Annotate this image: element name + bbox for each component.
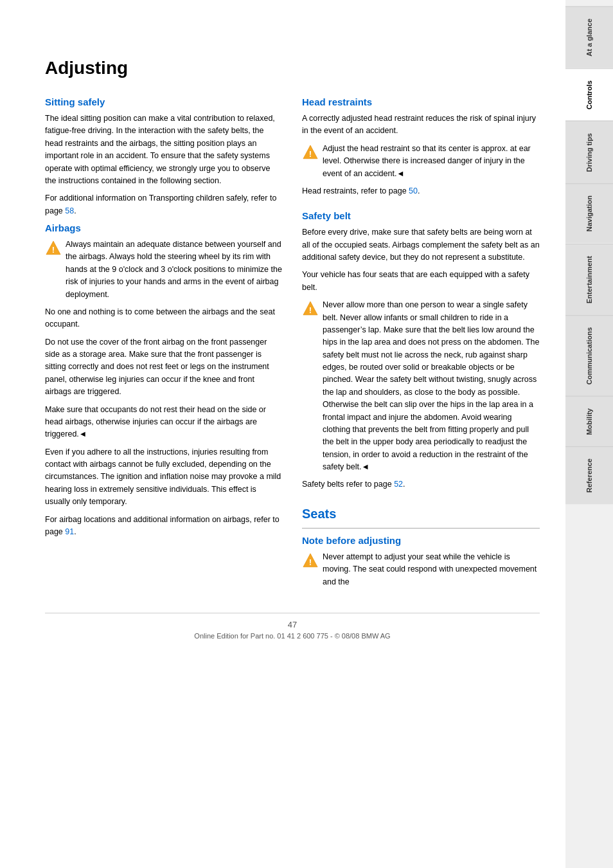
head-restraints-warning-text: Adjust the head restraint so that its ce… <box>323 143 540 180</box>
seats-divider <box>302 528 540 529</box>
airbags-link[interactable]: 91 <box>65 527 74 536</box>
footer-text: Online Edition for Part no. 01 41 2 600 … <box>45 632 540 640</box>
head-restraints-ref: Head restraints, refer to page 50. <box>302 185 540 197</box>
safety-belt-warning-block: ! Never allow more than one person to we… <box>302 299 540 473</box>
svg-text:!: ! <box>309 305 312 315</box>
transporting-children-ref: For additional information on Transporti… <box>45 192 283 217</box>
svg-text:!: ! <box>309 149 312 158</box>
sitting-safely-heading: Sitting safely <box>45 96 283 107</box>
main-content: Adjusting Sitting safely The ideal sitti… <box>0 0 565 868</box>
safety-belt-heading: Safety belt <box>302 210 540 221</box>
note-before-adjusting-heading: Note before adjusting <box>302 535 540 546</box>
airbags-warning-text: Always maintain an adequate distance bet… <box>66 239 283 301</box>
safety-belt-intro: Before every drive, make sure that safet… <box>302 226 540 264</box>
airbags-text3: Make sure that occupants do not rest the… <box>45 404 283 441</box>
safety-belt-link[interactable]: 52 <box>394 480 403 489</box>
airbags-heading: Airbags <box>45 222 283 233</box>
head-restraints-link[interactable]: 50 <box>409 186 418 195</box>
safety-belt-text1: Your vehicle has four seats that are eac… <box>302 269 540 294</box>
sidebar-tab-at-a-glance[interactable]: At a glance <box>565 6 613 68</box>
airbags-text1: No one and nothing is to come between th… <box>45 306 283 331</box>
sidebar-tab-controls[interactable]: Controls <box>565 68 613 121</box>
head-restraints-warning-block: ! Adjust the head restraint so that its … <box>302 143 540 180</box>
sidebar-tab-driving-tips[interactable]: Driving tips <box>565 121 613 184</box>
sidebar-tab-communications[interactable]: Communications <box>565 315 613 396</box>
two-column-layout: Sitting safely The ideal sitting positio… <box>45 96 540 593</box>
svg-text:!: ! <box>52 245 55 255</box>
right-column: Head restraints A correctly adjusted hea… <box>302 96 540 593</box>
seats-heading: Seats <box>302 507 540 521</box>
note-before-adjusting-warning-block: ! Never attempt to adjust your seat whil… <box>302 551 540 588</box>
sidebar: At a glance Controls Driving tips Naviga… <box>565 0 613 868</box>
safety-belt-warning-text: Never allow more than one person to wear… <box>323 299 540 473</box>
airbags-text2: Do not use the cover of the front airbag… <box>45 336 283 399</box>
transporting-children-link[interactable]: 58 <box>65 206 74 215</box>
safety-belt-ref: Safety belts refer to page 52. <box>302 478 540 491</box>
note-before-adjusting-warning-text: Never attempt to adjust your seat while … <box>323 551 540 588</box>
warning-triangle-icon-3: ! <box>302 300 319 317</box>
sidebar-tab-mobility[interactable]: Mobility <box>565 396 613 447</box>
sidebar-tab-reference[interactable]: Reference <box>565 446 613 504</box>
sitting-safely-intro: The ideal sitting position can make a vi… <box>45 113 283 187</box>
warning-triangle-icon: ! <box>45 240 62 257</box>
airbags-text4: Even if you adhere to all the instructio… <box>45 446 283 509</box>
warning-triangle-icon-2: ! <box>302 144 319 161</box>
left-column: Sitting safely The ideal sitting positio… <box>45 96 283 593</box>
page-title: Adjusting <box>45 58 540 78</box>
sidebar-tab-navigation[interactable]: Navigation <box>565 183 613 243</box>
head-restraints-intro: A correctly adjusted head restraint redu… <box>302 113 540 138</box>
sidebar-tab-entertainment[interactable]: Entertainment <box>565 244 613 315</box>
airbags-ref: For airbag locations and additional info… <box>45 514 283 539</box>
page-footer: 47 Online Edition for Part no. 01 41 2 6… <box>45 613 540 640</box>
svg-text:!: ! <box>309 557 312 566</box>
warning-triangle-icon-4: ! <box>302 552 319 569</box>
page-number: 47 <box>45 620 540 629</box>
airbags-warning-block: ! Always maintain an adequate distance b… <box>45 239 283 301</box>
head-restraints-heading: Head restraints <box>302 96 540 107</box>
